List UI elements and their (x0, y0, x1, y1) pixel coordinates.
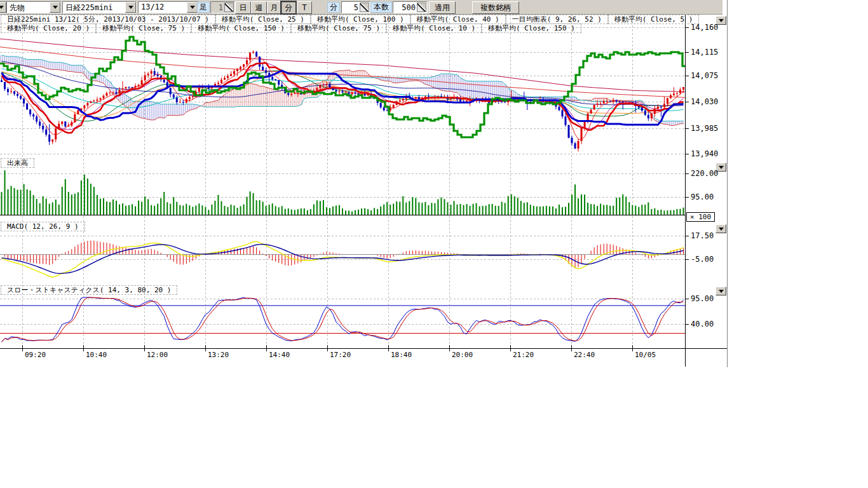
axis-label: 95.00 (691, 193, 714, 201)
market-type-combobox[interactable]: 先物 (6, 1, 61, 13)
macd-pane-label: MACD( 12, 26, 9 ) (1, 222, 85, 231)
legend-item: 移動平均( Close, 150 ) (191, 24, 291, 33)
time-axis-label: 17:20 (330, 351, 351, 359)
time-axis-label: 13:20 (208, 351, 229, 359)
time-axis-label: 10/05 (635, 351, 656, 359)
combo-arrow-icon[interactable] (125, 2, 136, 13)
minute-label: 分 (327, 2, 340, 13)
legend-item: 移動平均( Close, 25 ) (215, 15, 311, 24)
axis-label: 14,160 (691, 23, 718, 32)
legend-item: 日経225mini 13/12( 5分, 2013/10/03 - 2013/1… (1, 15, 215, 24)
multi-symbol-button[interactable]: 複数銘柄 (472, 1, 519, 14)
axis-label: 13,940 (691, 149, 718, 158)
volume-pane-label: 出来高 (1, 158, 34, 168)
axis-label: 14,030 (691, 97, 718, 106)
axis-label: 13,985 (691, 124, 718, 133)
minute-spinner[interactable]: 5 (341, 1, 370, 13)
legend-item: 移動平均( Close, 75 ) (291, 24, 386, 33)
time-axis-label: 09:20 (25, 351, 46, 359)
chart-canvas[interactable] (0, 0, 728, 369)
legend-item: 移動平均( Close, 40 ) (410, 15, 506, 24)
indicator-legend-row-2: 移動平均( Close, 20 )移動平均( Close, 75 )移動平均( … (1, 24, 581, 33)
symbol-value: 日経225mini (63, 2, 125, 13)
legend-item: 移動平均( Close, 150 ) (482, 24, 581, 33)
period-button-2[interactable]: 週 (251, 1, 267, 14)
symbol-combobox[interactable]: 日経225mini (62, 1, 137, 13)
time-axis-label: 12:00 (147, 351, 168, 359)
legend-item: 移動平均( Close, 75 ) (96, 24, 191, 33)
time-axis-label: 20:00 (452, 351, 473, 359)
spin-updown-icon[interactable] (360, 3, 369, 12)
axis-label: 17.50 (691, 231, 714, 240)
application-window: 先物 日経225mini 13/12 足 1 日週月分T 分 5 本数 500 … (0, 0, 868, 488)
contract-value: 13/12 (139, 2, 187, 13)
combo-arrow-icon[interactable] (187, 2, 198, 13)
chevron-down-icon (719, 290, 724, 293)
apply-button[interactable]: 適用 (429, 1, 456, 14)
macd-pane-menu-button[interactable] (715, 224, 726, 233)
legend-item: 移動平均( Close, 5 ) (608, 15, 699, 24)
period-button-5[interactable]: T (297, 1, 312, 14)
bar-count-label: 本数 (370, 2, 392, 13)
indicator-legend-row-1: 日経225mini 13/12( 5分, 2013/10/03 - 2013/1… (1, 15, 699, 24)
time-axis-label: 22:40 (574, 351, 595, 359)
time-axis-label: 18:40 (391, 351, 412, 359)
period-button-4[interactable]: 分 (281, 1, 296, 14)
market-type-value: 先物 (7, 2, 50, 13)
legend-item: 移動平均( Close, 100 ) (311, 15, 410, 24)
combo-arrow-icon[interactable] (50, 2, 60, 13)
axis-label: 220.00 (691, 169, 718, 178)
combo-arrow-icon[interactable] (0, 2, 6, 13)
stoch-pane-menu-button[interactable] (715, 287, 726, 295)
time-axis-label: 10:40 (86, 351, 107, 359)
chevron-down-icon (719, 19, 724, 22)
volume-multiplier-badge: × 100 (686, 212, 715, 222)
spin-updown-icon[interactable] (417, 3, 426, 12)
legend-item: 一目均衡表( 9, 26, 52 ) (506, 15, 608, 24)
contract-month-combobox[interactable]: 13/12 (138, 1, 198, 13)
bar-interval-spinner[interactable]: 1 (210, 1, 235, 13)
time-axis-label: 21:20 (513, 351, 534, 359)
bar-type-label: 足 (197, 2, 210, 13)
chevron-down-icon (719, 227, 724, 231)
toolbar: 先物 日経225mini 13/12 足 1 日週月分T 分 5 本数 500 … (0, 0, 722, 15)
legend-item: 移動平均( Close, 20 ) (1, 24, 96, 33)
stoch-pane-label: スロー・ストキャスティクス( 14, 3, 80, 20 ) (1, 285, 177, 295)
axis-label: 14,075 (691, 71, 718, 80)
window-right-border (727, 0, 728, 367)
period-button-3[interactable]: 月 (267, 1, 281, 14)
axis-label: -5.00 (691, 255, 714, 264)
axis-label: 14,115 (691, 48, 718, 57)
time-axis-label: 14:40 (269, 351, 290, 359)
period-button-1[interactable]: 日 (235, 1, 251, 14)
legend-item: 移動平均( Close, 10 ) (386, 24, 482, 33)
axis-label: 40.00 (691, 320, 714, 329)
axis-label: 95.00 (691, 294, 714, 303)
bar-count-spinner[interactable]: 500 (393, 1, 428, 13)
spin-updown-icon[interactable] (224, 3, 234, 12)
chevron-down-icon (719, 166, 724, 169)
